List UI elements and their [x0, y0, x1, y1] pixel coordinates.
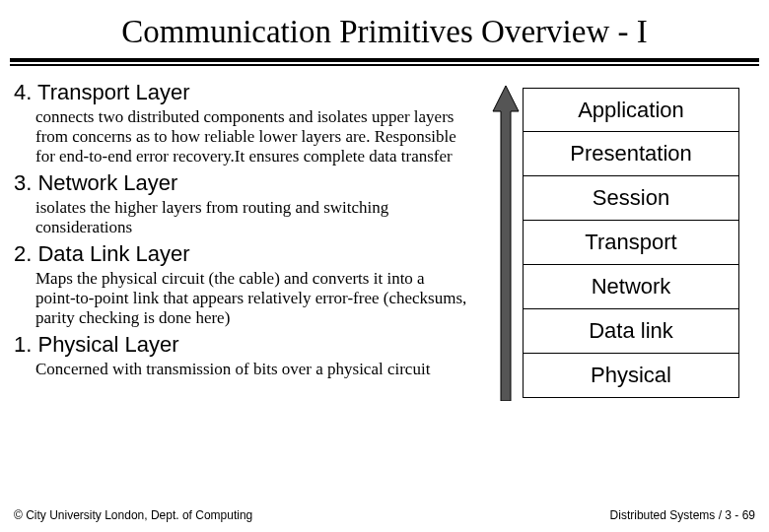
section-body-2: Maps the physical circuit (the cable) an… — [14, 269, 472, 328]
svg-marker-0 — [493, 86, 519, 401]
section-body-3: isolates the higher layers from routing … — [14, 198, 472, 237]
up-arrow-icon — [491, 86, 521, 401]
footer-left: © City University London, Dept. of Compu… — [14, 508, 252, 522]
layer-presentation: Presentation — [523, 132, 739, 176]
section-body-1: Concerned with transmission of bits over… — [14, 360, 472, 379]
section-heading-1: 1. Physical Layer — [14, 332, 472, 358]
slide: Communication Primitives Overview - I 4.… — [0, 0, 769, 532]
footer-right: Distributed Systems / 3 - 69 — [610, 508, 755, 522]
layer-datalink: Data link — [523, 309, 739, 354]
section-body-4: connects two distributed components and … — [14, 107, 472, 166]
title-underline — [10, 58, 759, 66]
layer-physical: Physical — [523, 354, 739, 398]
layer-transport: Transport — [523, 221, 739, 265]
layer-session: Session — [523, 176, 739, 221]
section-heading-4: 4. Transport Layer — [14, 80, 472, 105]
layer-application: Application — [523, 88, 739, 132]
footer: © City University London, Dept. of Compu… — [14, 508, 755, 522]
osi-stack: Application Presentation Session Transpo… — [523, 88, 739, 398]
section-heading-2: 2. Data Link Layer — [14, 241, 472, 267]
section-heading-3: 3. Network Layer — [14, 170, 472, 196]
layer-network: Network — [523, 265, 739, 309]
slide-title: Communication Primitives Overview - I — [0, 0, 769, 58]
left-column: 4. Transport Layer connects two distribu… — [14, 76, 472, 379]
